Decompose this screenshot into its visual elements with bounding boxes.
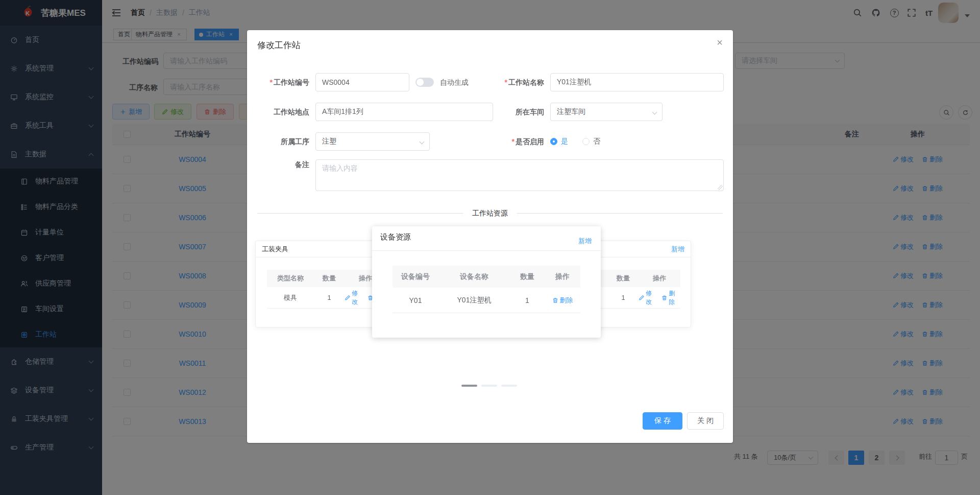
dialog-close-button[interactable]: 关 闭 [687,412,724,430]
location-label: 工作站地点 [247,103,309,121]
divider [372,250,601,251]
chevron-down-icon [652,110,657,115]
auto-generate-toggle[interactable] [415,78,434,87]
name-input[interactable] [550,73,724,91]
labor-add-button[interactable]: 新增 [671,245,684,254]
equipment-resource-popup: 设备资源 新增 设备编号 设备名称 数量 操作 Y01 Y01注塑机 1 删除 [372,226,601,338]
edit-workstation-dialog: 修改工作站 × *工作站编号 自动生成 *工作站名称 工作站地点 所在车间 注塑… [247,30,733,443]
equipment-add-button[interactable]: 新增 [578,237,592,246]
carousel-dot-3[interactable] [501,385,517,387]
popup-title: 设备资源 [380,232,411,242]
chevron-down-icon [420,139,425,145]
fixture-table-row: 模具 1 修改 删除 [267,287,386,309]
equipment-table-header: 设备编号 设备名称 数量 操作 [393,266,580,288]
code-label: *工作站编号 [247,73,309,91]
enabled-yes-radio[interactable]: 是 [550,137,568,146]
fixture-table-header: 类型名称 数量 操作 [267,270,386,287]
fixture-card-title: 工装夹具 [262,245,288,254]
workshop-select[interactable]: 注塑车间 [550,103,663,121]
fixture-edit-button[interactable]: 修改 [345,289,363,307]
labor-delete-button[interactable]: 删除 [662,289,680,307]
carousel-dot-2[interactable] [481,385,497,387]
remark-textarea[interactable] [315,159,724,191]
dialog-title: 修改工作站 [257,39,301,51]
equipment-table-row: Y01 Y01注塑机 1 删除 [393,288,580,313]
auto-generate-label: 自动生成 [440,73,469,91]
workshop-label: 所在车间 [467,103,544,121]
remark-label: 备注 [247,157,309,172]
resource-section-title: 工作站资源 [247,209,733,218]
process-label: 所属工序 [247,132,309,151]
save-button[interactable]: 保 存 [643,412,682,430]
equipment-delete-button[interactable]: 删除 [552,296,573,305]
enabled-label: *是否启用 [467,132,544,151]
close-icon[interactable]: × [717,37,723,48]
code-input[interactable] [315,73,409,91]
name-label: *工作站名称 [467,73,544,91]
carousel-dot-1[interactable] [461,385,477,387]
resize-grip[interactable] [718,185,723,190]
process-select[interactable]: 注塑 [315,132,430,151]
enabled-no-radio[interactable]: 否 [582,137,600,146]
labor-edit-button[interactable]: 修改 [639,289,657,307]
